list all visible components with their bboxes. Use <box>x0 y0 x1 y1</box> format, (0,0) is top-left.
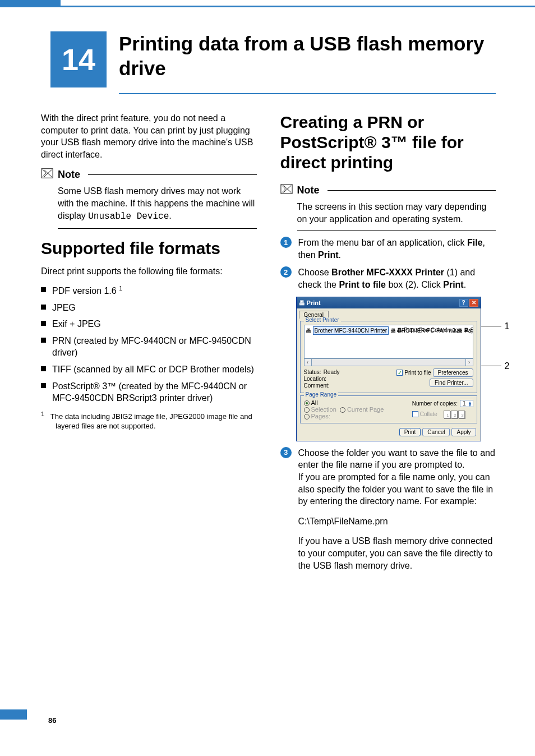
step-3: 3 Choose the folder you want to save the… <box>280 447 496 571</box>
print-to-file-checkbox[interactable]: ✓Print to file <box>396 370 431 376</box>
t: Print to file <box>339 280 386 289</box>
supported-lead: Direct print supports the following file… <box>41 265 257 278</box>
find-printer-button[interactable]: Find Printer... <box>430 379 473 387</box>
note-body: The screens in this section may vary dep… <box>297 201 496 231</box>
t: If you have a USB flash memory drive con… <box>298 536 493 570</box>
printer-item[interactable]: 🖶Symantec Fax Starter Edition <box>463 326 473 334</box>
status-value: Ready <box>324 369 340 375</box>
printer-item-selected[interactable]: 🖶Brother MFC-9440CN Printer <box>306 326 389 335</box>
footnote-num: 1 <box>41 411 44 417</box>
all-radio[interactable]: All <box>304 399 412 406</box>
t: From the menu bar of an application, cli… <box>298 238 467 247</box>
scroll-left-button[interactable]: ‹ <box>304 358 312 366</box>
callout-line-1 <box>481 326 501 326</box>
t: If you are prompted for a file name only… <box>298 472 494 506</box>
right-column: Creating a PRN or PostScript® 3™ file fo… <box>280 112 496 577</box>
note-body: Some USB flash memory drives may not wor… <box>58 185 257 229</box>
cancel-button[interactable]: Cancel <box>422 428 450 436</box>
t: box (2). Click <box>386 280 443 289</box>
copies-label: Number of copies: <box>412 400 458 407</box>
help-button[interactable]: ? <box>459 299 468 307</box>
t: . <box>464 280 466 289</box>
preferences-button[interactable]: Preferences <box>433 368 473 377</box>
page-number: 86 <box>48 716 56 725</box>
intro-paragraph: With the direct print feature, you do no… <box>41 112 257 160</box>
step-body: Choose the folder you want to save the f… <box>298 447 496 571</box>
header-accent-block <box>0 0 61 6</box>
radio-label: Current Page <box>347 406 384 413</box>
printer-icon: 🖶 <box>299 299 305 306</box>
pages-radio[interactable]: Pages: <box>304 413 412 420</box>
step-2: 2 Choose Brother MFC-XXXX Printer (1) an… <box>280 266 496 291</box>
step-number-badge: 2 <box>280 266 292 278</box>
note-divider <box>88 174 257 175</box>
close-button[interactable]: ✕ <box>469 299 478 307</box>
dialog-title-text: Print <box>307 299 321 306</box>
callout-2: 2 <box>505 361 510 371</box>
print-dialog-figure: 🖶 Print ? ✕ General Select Printer 🖶Brot… <box>296 297 496 441</box>
t: Choose <box>298 268 332 277</box>
callout-1: 1 <box>505 321 510 331</box>
page-range-group: Page Range All Selection Current Page Pa… <box>300 395 477 423</box>
radio-label: Pages: <box>311 413 330 420</box>
step-1: 1 From the menu bar of an application, c… <box>280 237 496 261</box>
group-title: Page Range <box>304 391 339 398</box>
scroll-right-button[interactable]: › <box>465 358 473 366</box>
step-body: From the menu bar of an application, cli… <box>298 237 496 261</box>
radio-label: Selection <box>311 406 336 413</box>
list-item: PostScript® 3™ (created by the MFC-9440C… <box>41 380 257 404</box>
list-item: Exif + JPEG <box>41 318 257 330</box>
print-dialog: 🖶 Print ? ✕ General Select Printer 🖶Brot… <box>296 297 481 441</box>
apply-button[interactable]: Apply <box>451 428 476 436</box>
step-body: Choose Brother MFC-XXXX Printer (1) and … <box>298 266 496 291</box>
collate-icon: 123 <box>444 411 465 418</box>
header-accent-line <box>0 6 535 7</box>
dialog-buttons: Print Cancel Apply <box>297 426 481 441</box>
chapter-number-box: 14 <box>50 31 107 87</box>
list-item: TIFF (scanned by all MFC or DCP Brother … <box>41 363 257 376</box>
checkbox-label: Print to file <box>404 370 431 376</box>
horizontal-scrollbar[interactable]: ‹› <box>304 358 473 366</box>
note-header: Note <box>41 167 257 182</box>
note-divider <box>328 190 496 191</box>
t: Choose the folder you want to save the f… <box>298 448 495 470</box>
scroll-track[interactable] <box>312 358 465 366</box>
select-printer-group: Select Printer 🖶Brother MFC-9440CN Print… <box>300 321 477 393</box>
step-number-badge: 3 <box>280 447 292 458</box>
chapter-heading: 14 Printing data from a USB flash memory… <box>50 31 496 94</box>
chapter-title: Printing data from a USB flash memory dr… <box>119 31 496 94</box>
t: Print <box>318 250 338 260</box>
side-tab <box>0 709 27 720</box>
checkbox-label: Collate <box>420 411 437 417</box>
printer-name: Symantec Fax Starter Edition <box>471 326 473 334</box>
collate-checkbox[interactable]: Collate <box>412 411 437 417</box>
note-header: Note <box>280 183 496 197</box>
status-key: Status: <box>304 369 321 375</box>
list-item: PRN (created by MFC-9440CN or MFC-9450CD… <box>41 335 257 359</box>
callout-line-2 <box>481 366 501 366</box>
printer-name: Brother MFC-9440CN Printer <box>313 326 389 335</box>
footnote-text: The data including JBIG2 image file, JPE… <box>50 412 252 430</box>
note-text-code: Unusable Device <box>88 211 169 222</box>
printer-name: PaperPort Color Image <box>404 326 461 334</box>
t: Print <box>443 280 463 289</box>
print-button[interactable]: Print <box>399 428 421 436</box>
comment-key: Comment: <box>304 382 330 389</box>
selection-radio[interactable]: Selection Current Page <box>304 406 412 413</box>
copies-input[interactable]: 1▲▼ <box>460 400 473 407</box>
note-text-post: . <box>169 211 171 220</box>
left-column: With the direct print feature, you do no… <box>41 112 257 577</box>
printer-item[interactable]: 🖶PaperPort Color Image <box>396 326 461 334</box>
note-label: Note <box>58 169 80 181</box>
group-title: Select Printer <box>304 317 341 323</box>
list-item: JPEG <box>41 302 257 314</box>
printer-list[interactable]: 🖶Brother MFC-9440CN Printer 🖶BROTHER PC-… <box>304 325 473 358</box>
footnote-ref: 1 <box>119 285 122 292</box>
example-path: C:\Temp\FileName.prn <box>298 517 388 526</box>
t: Brother MFC-XXXX Printer <box>331 268 444 277</box>
t: . <box>339 250 341 260</box>
list-item: PDF version 1.6 1 <box>41 284 257 297</box>
note-icon <box>280 183 293 197</box>
note-icon <box>41 167 53 182</box>
copies-value: 1 <box>463 400 466 407</box>
